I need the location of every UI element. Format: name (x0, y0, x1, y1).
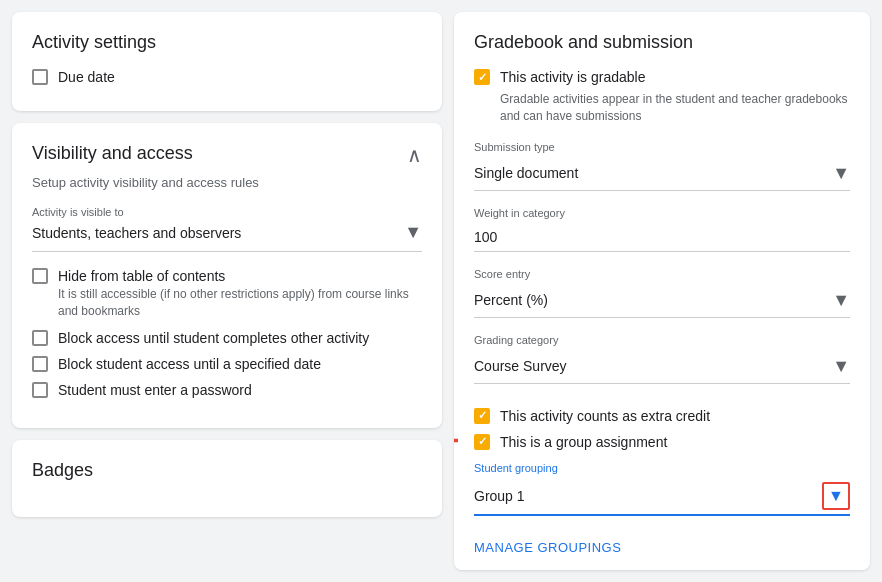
password-label: Student must enter a password (58, 382, 252, 398)
password-checkbox[interactable] (32, 382, 48, 398)
manage-groupings-button[interactable]: MANAGE GROUPINGS (474, 532, 621, 563)
block-date-label: Block student access until a specified d… (58, 356, 321, 372)
group-assignment-row[interactable]: This is a group assignment (474, 434, 850, 450)
visibility-card: Visibility and access ∧ Setup activity v… (12, 123, 442, 428)
activity-settings-card: Activity settings Due date (12, 12, 442, 111)
student-grouping-section: Student grouping Group 1 ▼ (474, 462, 850, 516)
hide-toc-desc: It is still accessible (if no other rest… (58, 286, 422, 320)
grouping-select-value: Group 1 (474, 488, 525, 504)
activity-settings-title: Activity settings (32, 32, 422, 53)
weight-input[interactable] (474, 223, 850, 252)
grading-category-block: Grading category Course Survey ▼ (474, 334, 850, 384)
group-assignment-label: This is a group assignment (500, 434, 667, 450)
submission-type-label: Submission type (474, 141, 850, 153)
block-access-label: Block access until student completes oth… (58, 330, 369, 346)
grading-category-dropdown-icon: ▼ (832, 356, 850, 377)
grading-category-label: Grading category (474, 334, 850, 346)
hide-toc-option: Hide from table of contents It is still … (32, 268, 422, 320)
submission-type-block: Submission type Single document ▼ (474, 141, 850, 191)
grouping-dropdown-button[interactable]: ▼ (822, 482, 850, 510)
grading-category-select[interactable]: Course Survey ▼ (474, 350, 850, 384)
password-option: Student must enter a password (32, 382, 422, 398)
score-entry-block: Score entry Percent (%) ▼ (474, 268, 850, 318)
hide-toc-label: Hide from table of contents (58, 268, 225, 284)
submission-type-dropdown-icon: ▼ (832, 163, 850, 184)
gradable-checkbox[interactable] (474, 69, 490, 85)
group-assignment-section: This is a group assignment (474, 434, 850, 450)
hide-toc-row[interactable]: Hide from table of contents (32, 268, 422, 284)
due-date-checkbox[interactable] (32, 69, 48, 85)
extra-credit-label: This activity counts as extra credit (500, 408, 710, 424)
badges-card: Badges (12, 440, 442, 517)
grouping-select-row[interactable]: Group 1 ▼ (474, 478, 850, 516)
score-entry-select[interactable]: Percent (%) ▼ (474, 284, 850, 318)
student-grouping-label: Student grouping (474, 462, 850, 474)
options-group: Hide from table of contents It is still … (32, 268, 422, 398)
extra-credit-row[interactable]: This activity counts as extra credit (474, 400, 850, 424)
gradebook-panel: Gradebook and submission This activity i… (454, 12, 870, 570)
submission-type-value: Single document (474, 165, 578, 181)
due-date-label: Due date (58, 69, 115, 85)
visibility-title: Visibility and access (32, 143, 193, 164)
gradebook-title: Gradebook and submission (474, 32, 850, 53)
block-date-row[interactable]: Block student access until a specified d… (32, 356, 422, 372)
visible-to-select[interactable]: Students, teachers and observers ▼ (32, 222, 422, 252)
submission-type-select[interactable]: Single document ▼ (474, 157, 850, 191)
gradable-desc: Gradable activities appear in the studen… (500, 91, 850, 125)
block-access-row[interactable]: Block access until student completes oth… (32, 330, 422, 346)
weight-label: Weight in category (474, 207, 850, 219)
hide-toc-checkbox[interactable] (32, 268, 48, 284)
gradable-label: This activity is gradable (500, 69, 646, 85)
score-entry-value: Percent (%) (474, 292, 548, 308)
arrow-indicator (454, 426, 466, 457)
red-arrow-icon (454, 426, 466, 454)
visible-to-value: Students, teachers and observers (32, 225, 241, 241)
visibility-subtitle: Setup activity visibility and access rul… (32, 175, 422, 190)
visible-to-dropdown-icon: ▼ (404, 222, 422, 243)
password-row[interactable]: Student must enter a password (32, 382, 422, 398)
visibility-header: Visibility and access ∧ (32, 143, 422, 167)
visible-to-label: Activity is visible to (32, 206, 422, 218)
score-entry-label: Score entry (474, 268, 850, 280)
due-date-row[interactable]: Due date (32, 69, 422, 85)
block-access-option: Block access until student completes oth… (32, 330, 422, 346)
grading-category-value: Course Survey (474, 358, 567, 374)
block-access-checkbox[interactable] (32, 330, 48, 346)
weight-block: Weight in category (474, 207, 850, 252)
chevron-up-icon[interactable]: ∧ (407, 143, 422, 167)
score-entry-dropdown-icon: ▼ (832, 290, 850, 311)
group-assignment-checkbox[interactable] (474, 434, 490, 450)
grouping-dropdown-icon: ▼ (828, 487, 844, 505)
block-date-option: Block student access until a specified d… (32, 356, 422, 372)
badges-title: Badges (32, 460, 422, 481)
block-date-checkbox[interactable] (32, 356, 48, 372)
extra-credit-checkbox[interactable] (474, 408, 490, 424)
gradable-row[interactable]: This activity is gradable (474, 69, 850, 85)
